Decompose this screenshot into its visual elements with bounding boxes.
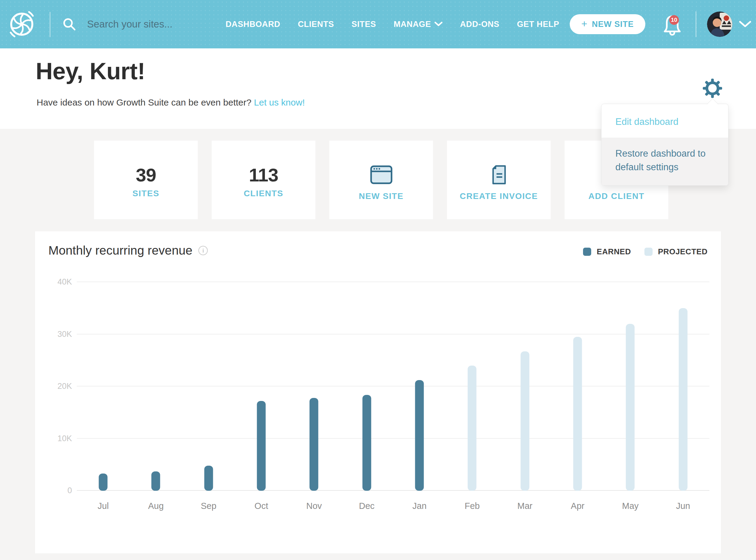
card-label: CREATE INVOICE [460,192,538,201]
site-search [62,16,245,33]
bar-feb-projected [468,365,477,491]
top-navigation-bar: DASHBOARDCLIENTSSITESMANAGEADD-ONSGET HE… [0,0,756,48]
nav-item-get-help[interactable]: GET HELP [517,20,559,29]
bar-slot-may [604,282,657,491]
x-axis-label-jan: Jan [393,501,446,511]
monthly-recurring-revenue-card: Monthly recurring revenue i EARNEDPROJEC… [35,231,721,553]
legend-swatch [583,248,591,256]
notification-count-badge: 10 [669,15,679,25]
new-site-button[interactable]: + NEW SITE [570,14,645,34]
browser-window-icon [370,165,393,185]
menu-item-restore-dashboard-to-default-settings[interactable]: Restore dashboard to default settings [601,138,728,185]
stat-card-sites[interactable]: 39SITES [94,141,198,219]
x-axis-label-nov: Nov [287,501,340,511]
x-axis-label-oct: Oct [235,501,287,511]
topbar-divider [696,11,696,37]
legend-label: PROJECTED [658,247,708,256]
nav-item-sites[interactable]: SITES [352,20,376,29]
x-axis-label-dec: Dec [340,501,393,511]
info-icon[interactable]: i [198,246,208,255]
new-site-button-label: NEW SITE [592,20,634,29]
card-label: ADD CLIENT [589,192,645,201]
nav-item-dashboard[interactable]: DASHBOARD [225,20,280,29]
bar-nov-earned [310,398,318,491]
x-axis-label-may: May [604,501,657,511]
bar-apr-projected [573,337,582,491]
hero-subtitle: Have ideas on how Growth Suite can be ev… [37,97,305,108]
invoice-document-icon [491,165,507,185]
bar-jun-projected [679,308,688,491]
legend-item-earned: EARNED [583,247,631,256]
stat-card-clients[interactable]: 113CLIENTS [212,141,315,219]
bar-slot-jul [77,282,130,491]
bar-dec-earned [362,395,371,491]
bar-slot-jan [393,282,446,491]
x-axis-label-sep: Sep [182,501,235,511]
app-logo[interactable] [8,10,36,38]
bar-may-projected [626,324,635,491]
bar-slot-dec [340,282,393,491]
bar-oct-earned [257,401,266,491]
bar-slot-sep [182,282,235,491]
nav-item-manage[interactable]: MANAGE [394,20,443,29]
y-axis-tick-20k: 20K [43,382,72,391]
x-axis-label-feb: Feb [446,501,498,511]
account-chevron-down-icon[interactable] [739,21,751,29]
card-label: SITES [133,189,159,198]
legend-swatch [644,248,653,256]
bar-slot-nov [287,282,340,491]
y-axis-tick-0: 0 [43,486,72,495]
user-avatar[interactable] [707,12,732,37]
bar-slot-mar [499,282,551,491]
bar-mar-projected [520,352,529,491]
bar-chart-plot-area: 010K20K30K40K [77,282,710,491]
chart-legend: EARNEDPROJECTED [583,247,708,256]
action-card-create-invoice[interactable]: CREATE INVOICE [447,141,551,219]
x-axis-label-mar: Mar [499,501,551,511]
page-title: Hey, Kurt! [36,57,145,85]
bar-slot-apr [551,282,604,491]
stat-value: 113 [249,164,278,186]
legend-item-projected: PROJECTED [644,247,708,256]
search-icon [62,17,76,31]
hero-subtitle-text: Have ideas on how Growth Suite can be ev… [37,97,251,107]
x-axis-label-jul: Jul [77,501,130,511]
primary-nav: DASHBOARDCLIENTSSITESMANAGEADD-ONSGET HE… [225,0,559,48]
bar-slot-feb [446,282,498,491]
chevron-down-icon [435,22,442,26]
nav-item-add-ons[interactable]: ADD-ONS [460,20,499,29]
x-axis-label-apr: Apr [551,501,604,511]
dashboard-settings-gear-icon[interactable] [703,79,722,98]
chart-title: Monthly recurring revenue [48,243,192,258]
bar-slot-oct [235,282,287,491]
y-axis-tick-10k: 10K [43,434,72,443]
card-label: NEW SITE [359,192,403,201]
let-us-know-link[interactable]: Let us know! [254,97,305,107]
x-axis-label-aug: Aug [130,501,182,511]
nav-item-clients[interactable]: CLIENTS [298,20,334,29]
topbar-divider [49,12,51,37]
bar-slot-jun [657,282,710,491]
x-axis-label-jun: Jun [657,501,710,511]
legend-label: EARNED [597,247,631,256]
action-card-new-site[interactable]: NEW SITE [329,141,433,219]
card-label: CLIENTS [244,189,283,198]
menu-item-edit-dashboard[interactable]: Edit dashboard [601,104,728,138]
bar-jul-earned [99,474,108,491]
y-axis-tick-40k: 40K [43,277,72,287]
bars-container [77,282,710,491]
chart-x-axis-labels: JulAugSepOctNovDecJanFebMarAprMayJun [77,501,710,511]
bar-sep-earned [204,466,213,491]
y-axis-tick-30k: 30K [43,329,72,339]
plus-icon: + [581,18,588,29]
bar-slot-aug [130,282,182,491]
bar-jan-earned [415,380,424,491]
dashboard-settings-menu: Edit dashboardRestore dashboard to defau… [601,104,729,186]
bar-aug-earned [152,472,160,491]
stat-value: 39 [136,164,156,186]
search-input[interactable] [86,18,245,30]
